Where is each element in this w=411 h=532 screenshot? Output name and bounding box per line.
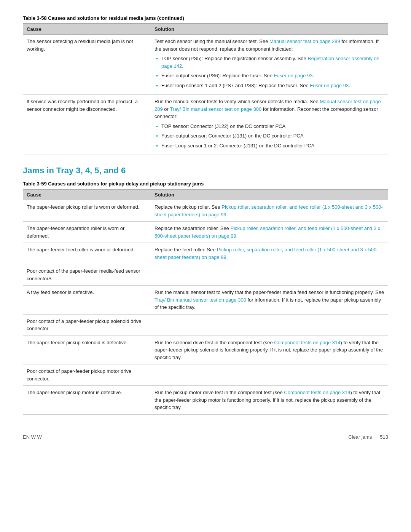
pickup-roller-link1[interactable]: Pickup roller, separation roller, and fe… [155, 204, 383, 217]
component-tests-link1[interactable]: Component tests on page 314 [274, 340, 340, 345]
table59-row2-cause: The paper-feeder separation roller is wo… [23, 222, 151, 243]
table58-row2-cause: If service was recently performed on the… [23, 95, 151, 155]
bullet-item: TOP sensor (PS5): Replace the registrati… [155, 55, 384, 70]
component-tests-link2[interactable]: Component tests on page 314 [284, 390, 350, 395]
bullet-item: Fuser loop sensors 1 and 2 (PS7 and PS8)… [155, 82, 384, 89]
bullet-item: Fuser Loop sensor 1 or 2: Connector (J13… [155, 142, 384, 150]
table59-row3-solution: Replace the feed roller. See Pickup roll… [151, 243, 388, 264]
table58-col1-header: Cause [23, 24, 151, 35]
table-row: If service was recently performed on the… [23, 95, 388, 155]
table-row: The sensor detecting a residual media ja… [23, 35, 388, 95]
manual-sensor-test-link1[interactable]: Manual sensor test on page 289 [269, 38, 340, 44]
table59-row2-solution: Replace the separation roller. See Picku… [151, 222, 388, 243]
table-row: Poor contact of paper-feeder pickup moto… [23, 364, 388, 386]
table-row: The paper-feeder separation roller is wo… [23, 222, 388, 243]
section-heading: Jams in Tray 3, 4, 5, and 6 [23, 166, 388, 176]
table58-row1-solution: Test each sensor using the manual sensor… [151, 35, 388, 95]
tray-bin-sensor-link[interactable]: Tray/ Bin manual sensor test on page 300 [170, 106, 261, 112]
table59-row5-cause: A tray feed sensor is defective. [23, 286, 151, 315]
table59-row6-solution [151, 314, 388, 335]
table-row: The paper-feeder feed roller is worn or … [23, 243, 388, 264]
fuser-link2[interactable]: Fuser on page 93 [310, 83, 349, 88]
bullet-item: Fuser-output sensor: Connector (J131) on… [155, 132, 384, 140]
bullet-item: TOP sensor: Connector (J122) on the DC c… [155, 123, 384, 130]
tray-bin-sensor-link2[interactable]: Tray/ Bin manual sensor test on page 300 [155, 297, 246, 303]
table59-row9-solution: Run the pickup motor drive test in the c… [151, 386, 388, 415]
table-row: The paper-feeder pickup solenoid is defe… [23, 335, 388, 364]
table59-row9-cause: The paper-feeder pickup motor is defecti… [23, 386, 151, 415]
table59-title: Table 3-59 Causes and solutions for pick… [23, 181, 388, 187]
table59-col1-header: Cause [23, 189, 151, 200]
table59-row5-solution: Run the manual sensor test to verify tha… [151, 286, 388, 315]
footer-right: Clear jams 513 [348, 434, 388, 440]
table59-row7-cause: The paper-feeder pickup solenoid is defe… [23, 335, 151, 364]
table58-row2-solution: Run the manual sensor tests to verify wh… [151, 95, 388, 155]
table59-col2-header: Solution [151, 189, 388, 200]
table59-row1-solution: Replace the pickup roller. See Pickup ro… [151, 200, 388, 222]
table-row: A tray feed sensor is defective. Run the… [23, 286, 388, 315]
footer-left: EN W W [23, 434, 42, 440]
table-row: The paper-feeder pickup roller is worn o… [23, 200, 388, 222]
bullet-item: Fuser-output sensor (PS6): Replace the f… [155, 72, 384, 80]
table58-col2-header: Solution [151, 24, 388, 35]
feed-roller-link[interactable]: Pickup roller, separation roller, and fe… [155, 247, 378, 260]
table59-row7-solution: Run the solenoid drive test in the compo… [151, 335, 388, 364]
table59-row4-cause: Poor contact of the paper-feeder media-f… [23, 264, 151, 286]
table-row: Poor contact of the paper-feeder media-f… [23, 264, 388, 286]
table-row: The paper-feeder pickup motor is defecti… [23, 386, 388, 415]
table59-row4-solution [151, 264, 388, 286]
table-row: Poor contact of a paper-feeder pickup so… [23, 314, 388, 335]
table58: Cause Solution The sensor detecting a re… [23, 23, 388, 155]
table59-row1-cause: The paper-feeder pickup roller is worn o… [23, 200, 151, 222]
table58-row1-cause: The sensor detecting a residual media ja… [23, 35, 151, 95]
table59-row8-solution [151, 364, 388, 386]
table59-row6-cause: Poor contact of a paper-feeder pickup so… [23, 314, 151, 335]
table59: Cause Solution The paper-feeder pickup r… [23, 189, 388, 415]
fuser-link1[interactable]: Fuser on page 93 [274, 73, 313, 78]
table59-row3-cause: The paper-feeder feed roller is worn or … [23, 243, 151, 264]
registration-sensor-link[interactable]: Registration sensor assembly on page 142 [161, 56, 379, 69]
table59-row8-cause: Poor contact of paper-feeder pickup moto… [23, 364, 151, 386]
page-footer: EN W W Clear jams 513 [23, 430, 388, 440]
separation-roller-link[interactable]: Pickup roller, separation roller, and fe… [155, 225, 380, 239]
table58-title: Table 3-58 Causes and solutions for resi… [23, 15, 388, 21]
